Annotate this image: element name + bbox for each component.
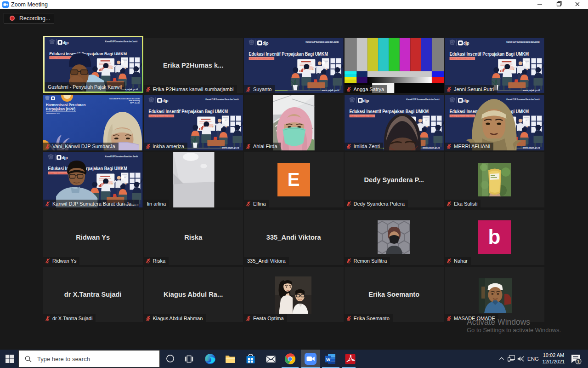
svg-text:KPP Jambi: KPP Jambi (130, 101, 140, 104)
svg-text:1: 1 (577, 359, 580, 364)
svg-text:Perpajakan (HPP): Perpajakan (HPP) (46, 107, 75, 111)
svg-text:W: W (326, 357, 330, 362)
svg-text:24 November 2021: 24 November 2021 (46, 113, 60, 115)
